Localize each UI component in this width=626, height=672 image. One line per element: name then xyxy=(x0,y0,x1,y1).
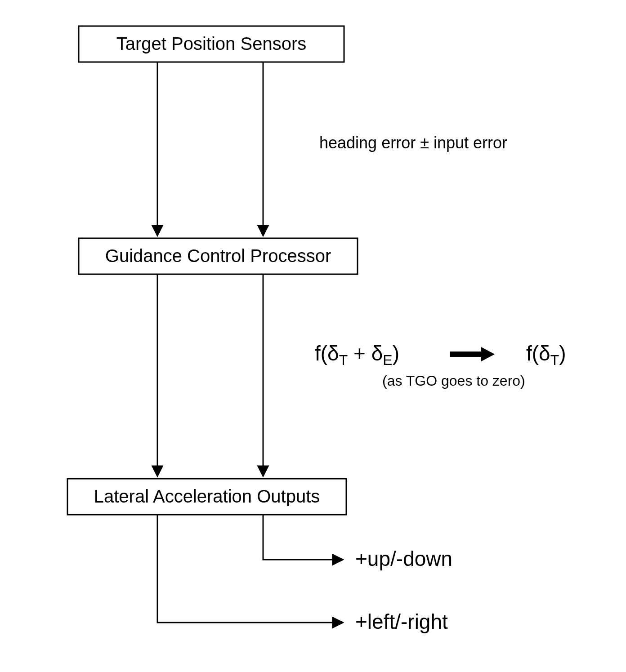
formula-lhs: f(δT + δE) xyxy=(315,342,399,368)
arrow-output-updown xyxy=(263,515,342,560)
formula-rhs: f(δT) xyxy=(526,342,566,368)
svg-marker-1 xyxy=(481,347,495,361)
box-outputs-label: Lateral Acceleration Outputs xyxy=(94,486,320,506)
box-sensors-label: Target Position Sensors xyxy=(116,34,306,53)
arrow-output-leftright xyxy=(157,515,342,623)
label-updown: +up/-down xyxy=(355,547,452,570)
annotation-tgo: (as TGO goes to zero) xyxy=(382,373,525,389)
formula-arrow-icon xyxy=(450,347,495,361)
label-leftright: +left/-right xyxy=(355,610,448,633)
box-processor-label: Guidance Control Processor xyxy=(105,246,331,266)
annotation-heading-error: heading error ± input error xyxy=(319,134,507,152)
diagram-canvas: Target Position Sensors heading error ± … xyxy=(0,0,626,672)
formula-group: f(δT + δE) f(δT) (as TGO goes to zero) xyxy=(315,342,566,389)
